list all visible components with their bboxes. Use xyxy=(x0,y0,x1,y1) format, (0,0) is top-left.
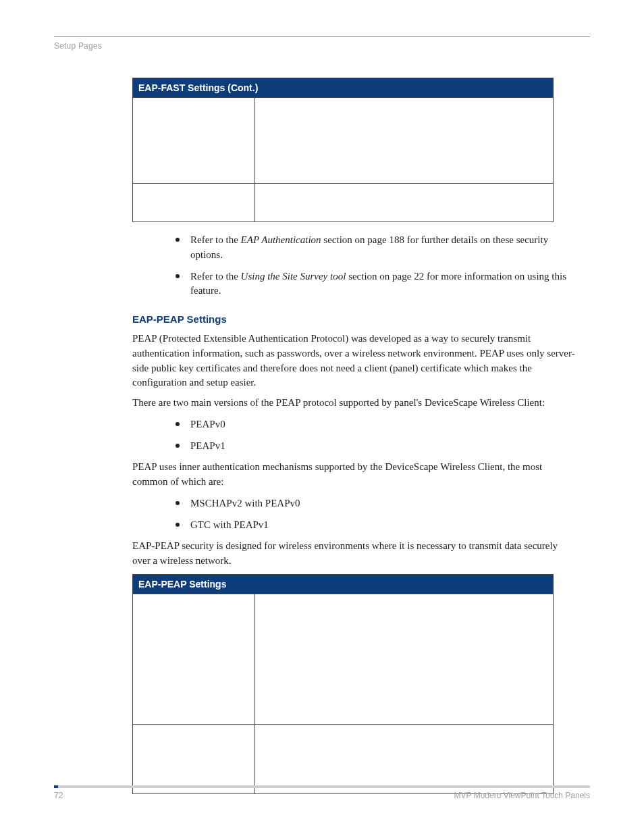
paragraph: There are two main versions of the PEAP … xyxy=(132,396,576,411)
table-row xyxy=(133,594,554,724)
list-item: Refer to the Using the Site Survey tool … xyxy=(176,269,576,299)
doc-title: MVP Modero ViewPoint Touch Panels xyxy=(454,791,590,800)
ref-pre: Refer to the xyxy=(190,234,241,245)
page-footer: 72 MVP Modero ViewPoint Touch Panels xyxy=(54,785,590,800)
table-title: EAP-PEAP Settings xyxy=(133,574,554,594)
ref-emph: Using the Site Survey tool xyxy=(241,271,346,282)
paragraph: PEAP uses inner authentication mechanism… xyxy=(132,460,576,490)
ref-pre: Refer to the xyxy=(190,271,241,282)
running-header: Setup Pages xyxy=(54,41,590,51)
table-row xyxy=(133,184,554,222)
list-item: GTC with PEAPv1 xyxy=(176,518,576,533)
table-eap-fast-cont: EAP-FAST Settings (Cont.) xyxy=(132,78,554,222)
page-number: 72 xyxy=(54,791,63,800)
ref-emph: EAP Authentication xyxy=(241,234,321,245)
list-item: PEAPv1 xyxy=(176,439,576,454)
list-versions: PEAPv0 PEAPv1 xyxy=(176,417,576,454)
table-eap-peap: EAP-PEAP Settings xyxy=(132,574,554,794)
list-item: Refer to the EAP Authentication section … xyxy=(176,233,576,263)
table-row xyxy=(133,98,554,184)
list-item: MSCHAPv2 with PEAPv0 xyxy=(176,496,576,511)
list-item: PEAPv0 xyxy=(176,417,576,432)
table-row xyxy=(133,724,554,793)
list-mechanisms: MSCHAPv2 with PEAPv0 GTC with PEAPv1 xyxy=(176,496,576,533)
paragraph: EAP-PEAP security is designed for wirele… xyxy=(132,539,576,569)
paragraph: PEAP (Protected Extensible Authenticatio… xyxy=(132,332,576,390)
table-title: EAP-FAST Settings (Cont.) xyxy=(133,78,554,98)
section-heading: EAP-PEAP Settings xyxy=(132,313,576,325)
reference-list: Refer to the EAP Authentication section … xyxy=(176,233,576,298)
